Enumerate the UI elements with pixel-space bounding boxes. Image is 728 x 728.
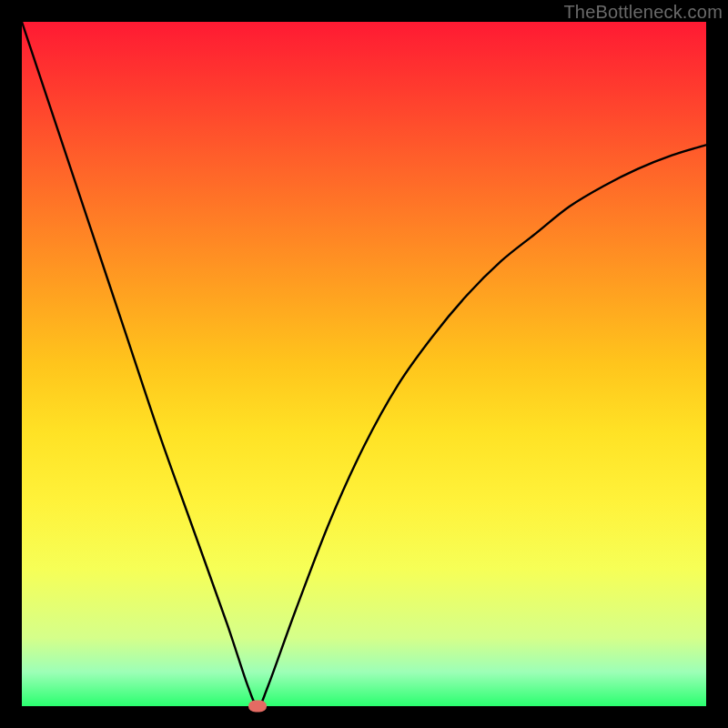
plot-area xyxy=(22,22,706,706)
curve-svg xyxy=(22,22,706,706)
chart-frame: TheBottleneck.com xyxy=(0,0,728,728)
watermark-text: TheBottleneck.com xyxy=(563,2,723,23)
bottleneck-curve xyxy=(22,22,706,706)
optimal-point-marker xyxy=(248,701,267,713)
